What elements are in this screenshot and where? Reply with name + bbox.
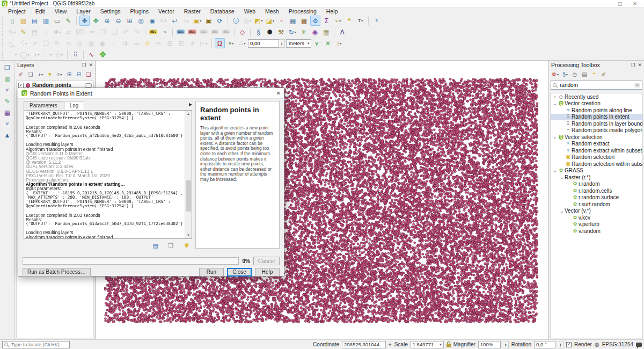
menu-web[interactable]: Web <box>239 8 260 14</box>
lock-scale-icon[interactable] <box>447 344 451 347</box>
select-by-area-button[interactable]: ◪▾ <box>265 16 275 26</box>
zoom-to-selection-button[interactable]: ◎ <box>136 16 146 26</box>
extent-icon[interactable]: ⌖ <box>389 341 392 348</box>
scroll-thumb[interactable] <box>186 180 191 212</box>
zoom-in-button[interactable]: ⊕ <box>102 16 112 26</box>
help-button[interactable]: Help <box>255 268 280 277</box>
menu-raster[interactable]: Raster <box>179 8 206 14</box>
chevron-down-icon[interactable]: ⌄ <box>552 101 558 106</box>
tree-item-r-surf-random[interactable]: ✿r.surf.random <box>551 201 642 208</box>
regular-points-button[interactable]: ⠿ <box>70 49 80 60</box>
tab-parameters[interactable]: Parameters <box>24 101 63 110</box>
data-source-manager-button[interactable]: ❒ <box>2 62 12 72</box>
new-bookmark-button[interactable]: ▣▾ <box>192 16 202 26</box>
coordinate-input[interactable]: 206525,301044 <box>342 341 386 348</box>
snapping-mode-button[interactable]: V▾ <box>226 38 236 48</box>
menu-database[interactable]: Database <box>206 8 239 14</box>
tree-item-v-random[interactable]: ✿v.random <box>551 228 642 235</box>
new-virtual-layer-button[interactable]: ▦ <box>2 107 12 118</box>
deselect-features-button[interactable]: ▫ <box>276 16 287 26</box>
tree-item-random-selection[interactable]: ▣Random selection <box>551 154 642 161</box>
scroll-up-icon[interactable]: ▲ <box>187 111 190 117</box>
chevron-down-icon[interactable]: ⌄ <box>559 208 565 214</box>
remove-layer-button[interactable]: ❑ <box>84 70 93 79</box>
tree-item-vector-selection[interactable]: ⌄QVector selection <box>551 134 642 141</box>
tree-item-vector-creation[interactable]: ⌄QVector creation <box>551 100 642 107</box>
magnifier-spinner[interactable]: ▴▾ <box>503 341 509 348</box>
chevron-down-icon[interactable]: ⌄ <box>559 174 565 180</box>
add-group-button[interactable]: ❏ <box>26 70 35 79</box>
chevron-down-icon[interactable]: ⌄ <box>552 134 558 140</box>
new-memory-layer-button[interactable]: V <box>2 119 12 129</box>
close-button[interactable]: Close <box>227 268 252 277</box>
tree-item-r-random-surface[interactable]: ✿r.random.surface <box>551 194 642 201</box>
chevron-right-icon[interactable]: › <box>552 94 558 99</box>
run-button[interactable]: Run <box>199 268 224 277</box>
layer-labeling-button[interactable]: abc <box>148 27 158 37</box>
crs-value[interactable]: EPSG:31254 <box>602 341 633 347</box>
style-manager-button[interactable]: ✎ <box>63 16 74 26</box>
enable-tracing-button[interactable]: ≀▾ <box>334 38 345 48</box>
green-plugin-button[interactable]: ❖ <box>98 49 108 60</box>
text-annotation-button[interactable]: T▾ <box>355 16 365 26</box>
new-project-button[interactable]: ▯ <box>7 16 17 26</box>
messages-icon[interactable] <box>636 343 642 347</box>
clear-search-icon[interactable]: ✕ <box>634 83 640 88</box>
plugin-star-button[interactable]: ✳ <box>298 27 309 37</box>
tree-item-random-extract-within-subsets[interactable]: ✳Random extract within subsets <box>551 147 642 154</box>
python-console-button[interactable]: § <box>253 27 264 37</box>
close-panel-icon[interactable]: ✕ <box>638 62 642 68</box>
identify-features-button[interactable]: ⓘ <box>231 16 241 26</box>
field-calculator-button[interactable]: ▩ <box>299 16 309 26</box>
processing-search-box[interactable]: ✕ <box>551 81 642 90</box>
run-as-batch-button[interactable]: Run as Batch Process… <box>23 268 91 277</box>
log-scrollbar[interactable]: ▲ ▼ <box>185 111 192 238</box>
menu-view[interactable]: View <box>50 8 72 14</box>
zoom-out-button[interactable]: ⊖ <box>113 16 123 26</box>
pan-map-button[interactable]: ✥ <box>79 16 90 26</box>
float-panel-icon[interactable]: ❐ <box>631 62 635 68</box>
debug-plugin-button[interactable]: ⚉ <box>265 27 275 37</box>
log-text[interactable]: 'TEMPORARY_OUTPUT', 'POINTS_NUMBER' : 50… <box>24 111 185 238</box>
tree-item-recently-used[interactable]: ›◷Recently used <box>551 93 642 100</box>
zoom-to-layer-button[interactable]: ◉ <box>147 16 157 26</box>
build-tools-button[interactable]: ⚒ <box>276 27 286 37</box>
plugin-image-button[interactable]: ▦ <box>321 27 331 37</box>
statistics-summary-button[interactable]: Σ <box>321 16 332 26</box>
tree-item-random-extract[interactable]: ✳Random extract <box>551 141 642 148</box>
toolbar-grip[interactable] <box>2 28 5 36</box>
close-window-button[interactable]: ✕ <box>627 1 642 6</box>
tree-item-v-perturb[interactable]: ✿v.perturb <box>551 221 642 228</box>
float-panel-icon[interactable]: ❐ <box>82 62 86 68</box>
tree-item-v-kcv[interactable]: ✿v.kcv <box>551 214 642 221</box>
tree-item-grass[interactable]: ⌄✿GRASS <box>551 168 642 174</box>
tree-item-raster-r-[interactable]: ⌄Raster (r.*) <box>551 174 642 181</box>
menu-project[interactable]: Project <box>3 8 31 14</box>
tree-item-random-points-in-extent[interactable]: ⠿Random points in extent <box>551 114 642 121</box>
collapse-all-button[interactable]: ⊟ <box>75 70 83 79</box>
tracing-y-button[interactable]: ⋎ <box>312 38 322 48</box>
tree-item-random-selection-within-subsets[interactable]: ▣Random selection within subsets <box>551 161 642 168</box>
processing-toolbox-button[interactable]: ⚙ <box>310 16 320 26</box>
snapping-units-select[interactable]: meters ▾ <box>286 39 311 48</box>
toolbar-grip[interactable] <box>2 39 5 47</box>
filter-legend-button[interactable]: ▼ <box>46 70 54 79</box>
menu-layer[interactable]: Layer <box>71 8 95 14</box>
tree-item-vector-v-[interactable]: ⌄Vector (v.*) <box>551 208 642 215</box>
map-tips-button[interactable]: ❝ <box>344 16 354 26</box>
copy-log-button[interactable]: ❐ <box>166 241 176 251</box>
pan-to-selection-button[interactable]: ✥ <box>91 16 101 26</box>
plugin-disc-button[interactable]: ◉ <box>310 27 320 37</box>
enable-snapping-button[interactable]: Ω <box>215 38 225 48</box>
chevron-down-icon[interactable]: ⌄ <box>552 168 558 173</box>
clear-log-button[interactable]: ✱ <box>181 241 192 251</box>
render-checkbox[interactable]: ✓ <box>566 342 572 347</box>
filter-by-expression-button[interactable]: ε▾ <box>55 70 64 79</box>
zoom-last-button[interactable]: ↩ <box>170 16 180 26</box>
menu-help[interactable]: Help <box>321 8 343 14</box>
save-project-as-button[interactable]: ▥ <box>41 16 51 26</box>
options-button[interactable]: ✐ <box>599 70 608 79</box>
tree-item-random-points-along-line[interactable]: ✳Random points along line <box>551 107 642 114</box>
statistics-panel-button[interactable]: ▲ <box>2 130 12 140</box>
zoom-full-extent-button[interactable]: ⊞ <box>125 16 135 26</box>
